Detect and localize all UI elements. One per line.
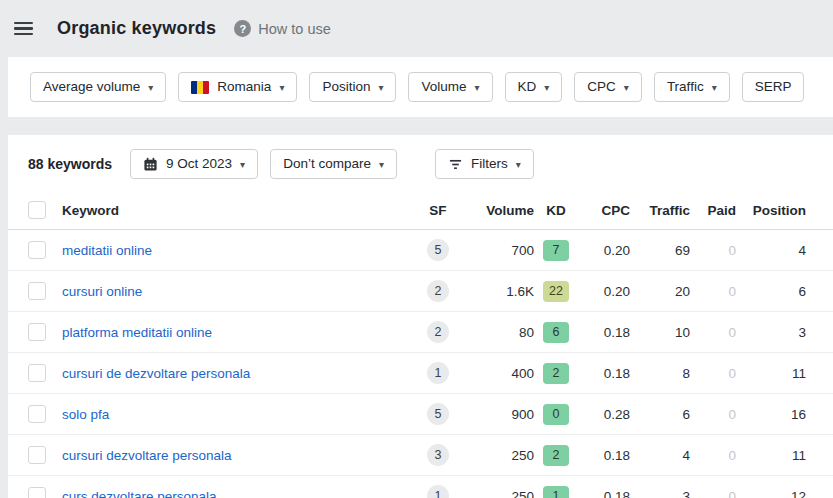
filter-dropdown-button[interactable]: Position ▾ bbox=[309, 72, 396, 102]
filters-label: Filters bbox=[471, 157, 508, 171]
column-header-paid[interactable]: Paid bbox=[690, 203, 736, 218]
filter-button-group: Average volume ▾ Romania ▾ Position ▾ Vo… bbox=[30, 72, 804, 102]
sf-cell: 1 bbox=[414, 362, 462, 384]
column-header-sf[interactable]: SF bbox=[414, 203, 462, 218]
how-to-use-link[interactable]: ? How to use bbox=[234, 20, 331, 37]
kd-cell: 0 bbox=[534, 404, 578, 425]
table-row: platforma meditatii online 2 80 6 0.18 1… bbox=[8, 312, 833, 353]
cpc-value: 0.20 bbox=[578, 284, 630, 299]
cpc-value: 0.18 bbox=[578, 325, 630, 340]
page-header: Organic keywords ? How to use bbox=[0, 0, 833, 57]
filters-button[interactable]: Filters ▾ bbox=[435, 149, 534, 179]
row-checkbox[interactable] bbox=[28, 487, 46, 498]
filter-dropdown-button[interactable]: Volume ▾ bbox=[408, 72, 492, 102]
filter-dropdown-button[interactable]: CPC ▾ bbox=[574, 72, 642, 102]
chevron-down-icon: ▾ bbox=[279, 83, 284, 93]
serp-features-badge[interactable]: 1 bbox=[427, 485, 449, 498]
column-header-keyword[interactable]: Keyword bbox=[62, 203, 414, 218]
table-body: meditatii online 5 700 7 0.20 69 0 4 cur… bbox=[8, 230, 833, 498]
keyword-link[interactable]: cursuri dezvoltare personala bbox=[62, 448, 414, 463]
keyword-link[interactable]: curs dezvoltare personala bbox=[62, 489, 414, 498]
serp-features-badge[interactable]: 2 bbox=[427, 321, 449, 343]
filter-button-label: Average volume bbox=[43, 80, 140, 94]
volume-value: 1.6K bbox=[462, 284, 534, 299]
position-value: 6 bbox=[736, 284, 806, 299]
select-all-checkbox[interactable] bbox=[28, 201, 46, 219]
position-value: 11 bbox=[736, 448, 806, 463]
keyword-link[interactable]: cursuri de dezvoltare personala bbox=[62, 366, 414, 381]
compare-dropdown-button[interactable]: Don’t compare ▾ bbox=[270, 149, 397, 179]
chevron-down-icon: ▾ bbox=[378, 83, 383, 93]
kd-badge: 1 bbox=[543, 486, 569, 498]
keyword-link[interactable]: platforma meditatii online bbox=[62, 325, 414, 340]
column-header-cpc[interactable]: CPC bbox=[578, 203, 630, 218]
volume-value: 400 bbox=[462, 366, 534, 381]
kd-cell: 1 bbox=[534, 486, 578, 498]
traffic-value: 6 bbox=[630, 407, 690, 422]
traffic-value: 3 bbox=[630, 489, 690, 498]
date-picker-button[interactable]: 9 Oct 2023 ▾ bbox=[130, 149, 258, 179]
paid-value: 0 bbox=[690, 448, 736, 463]
paid-value: 0 bbox=[690, 243, 736, 258]
volume-value: 250 bbox=[462, 489, 534, 498]
paid-value: 0 bbox=[690, 366, 736, 381]
serp-features-badge[interactable]: 2 bbox=[427, 280, 449, 302]
serp-features-badge[interactable]: 5 bbox=[427, 239, 449, 261]
compare-label: Don’t compare bbox=[283, 157, 371, 171]
sf-cell: 1 bbox=[414, 485, 462, 498]
filter-button-label: KD bbox=[518, 80, 537, 94]
table-header-row: Keyword SF Volume KD CPC Traffic Paid Po… bbox=[8, 191, 833, 230]
keyword-link[interactable]: solo pfa bbox=[62, 407, 414, 422]
column-header-volume[interactable]: Volume bbox=[462, 203, 534, 218]
sf-cell: 2 bbox=[414, 280, 462, 302]
volume-value: 900 bbox=[462, 407, 534, 422]
calendar-icon bbox=[143, 157, 158, 172]
row-checkbox[interactable] bbox=[28, 364, 46, 382]
paid-value: 0 bbox=[690, 489, 736, 498]
serp-features-badge[interactable]: 1 bbox=[427, 362, 449, 384]
chevron-down-icon: ▾ bbox=[148, 83, 153, 93]
cpc-value: 0.28 bbox=[578, 407, 630, 422]
serp-features-badge[interactable]: 5 bbox=[427, 403, 449, 425]
kd-badge: 2 bbox=[543, 363, 569, 384]
filter-dropdown-button[interactable]: Romania ▾ bbox=[178, 72, 297, 102]
menu-icon[interactable] bbox=[14, 18, 33, 40]
sf-cell: 3 bbox=[414, 444, 462, 466]
traffic-value: 4 bbox=[630, 448, 690, 463]
filter-dropdown-button[interactable]: KD ▾ bbox=[505, 72, 563, 102]
kd-badge: 2 bbox=[543, 445, 569, 466]
table-row: solo pfa 5 900 0 0.28 6 0 16 bbox=[8, 394, 833, 435]
chevron-down-icon: ▾ bbox=[240, 160, 245, 170]
chevron-down-icon: ▾ bbox=[379, 160, 384, 170]
filter-icon bbox=[448, 158, 463, 171]
row-checkbox[interactable] bbox=[28, 323, 46, 341]
column-header-kd[interactable]: KD bbox=[534, 203, 578, 218]
column-header-traffic[interactable]: Traffic bbox=[630, 203, 690, 218]
keywords-panel: 88 keywords 9 Oct 2023 ▾ Don’t compare ▾ bbox=[8, 135, 833, 498]
kd-cell: 2 bbox=[534, 445, 578, 466]
position-value: 16 bbox=[736, 407, 806, 422]
row-checkbox[interactable] bbox=[28, 405, 46, 423]
filter-dropdown-button[interactable]: SERP ▾ bbox=[742, 72, 805, 102]
keyword-link[interactable]: cursuri online bbox=[62, 284, 414, 299]
traffic-value: 69 bbox=[630, 243, 690, 258]
serp-features-badge[interactable]: 3 bbox=[427, 444, 449, 466]
organic-keywords-page: Organic keywords ? How to use Average vo… bbox=[0, 0, 833, 498]
filter-button-label: CPC bbox=[587, 80, 616, 94]
keyword-link[interactable]: meditatii online bbox=[62, 243, 414, 258]
position-value: 12 bbox=[736, 489, 806, 498]
table-toolbar: 88 keywords 9 Oct 2023 ▾ Don’t compare ▾ bbox=[8, 135, 833, 191]
row-checkbox[interactable] bbox=[28, 241, 46, 259]
paid-value: 0 bbox=[690, 407, 736, 422]
kd-cell: 22 bbox=[534, 281, 578, 302]
row-checkbox[interactable] bbox=[28, 282, 46, 300]
row-checkbox[interactable] bbox=[28, 446, 46, 464]
table-row: cursuri online 2 1.6K 22 0.20 20 0 6 bbox=[8, 271, 833, 312]
column-header-position[interactable]: Position bbox=[736, 203, 806, 218]
keywords-count: 88 keywords bbox=[28, 156, 112, 172]
romania-flag-icon bbox=[191, 81, 209, 94]
filter-dropdown-button[interactable]: Average volume ▾ bbox=[30, 72, 166, 102]
filter-dropdown-button[interactable]: Traffic ▾ bbox=[654, 72, 730, 102]
kd-cell: 7 bbox=[534, 240, 578, 261]
kd-cell: 6 bbox=[534, 322, 578, 343]
